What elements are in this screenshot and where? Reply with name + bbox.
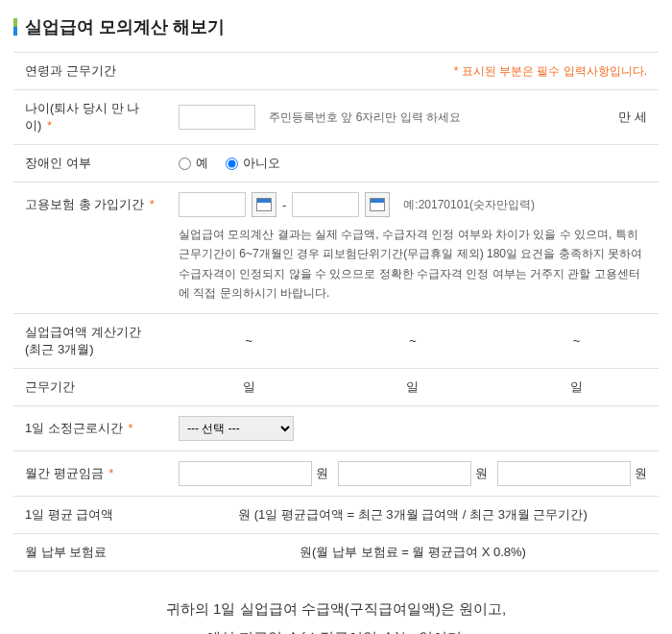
row-label-work-period: 근무기간: [13, 368, 167, 405]
insured-description: 실업급여 모의계산 결과는 실제 수급액, 수급자격 인정 여부와 차이가 있을…: [179, 225, 647, 304]
calc-period-col2: ~: [331, 313, 495, 368]
work-period-col2: 일: [331, 368, 495, 405]
radio-no[interactable]: [226, 158, 238, 170]
radio-yes-label[interactable]: 예: [179, 155, 208, 172]
wage-input-3[interactable]: [497, 461, 631, 486]
row-label-disabled: 장애인 여부: [13, 145, 167, 183]
age-hint: 주민등록번호 앞 6자리만 입력 하세요: [269, 110, 461, 126]
premium-formula: 원(월 납부 보험료 = 월 평균급여 X 0.8%): [167, 533, 659, 571]
hours-select[interactable]: --- 선택 ---: [179, 416, 294, 441]
row-label-monthly-wage: 월간 평균임금 *: [13, 451, 167, 496]
age-unit: 만 세: [618, 109, 647, 126]
age-input[interactable]: [179, 105, 255, 130]
result-block: 귀하의 1일 실업급여 수급액(구직급여일액)은 원이고, 예상 지급일 수(소…: [13, 595, 659, 634]
row-label-age-period: 연령과 근무기간: [13, 53, 167, 90]
calendar-icon[interactable]: [365, 192, 390, 217]
date-separator: -: [282, 198, 286, 212]
form-table: 연령과 근무기간 * 표시된 부분은 필수 입력사항입니다. 나이(퇴사 당시 …: [13, 52, 659, 572]
date-example: 예:20170101(숫자만입력): [403, 197, 535, 213]
won-unit: 원: [316, 465, 328, 482]
won-unit: 원: [635, 465, 647, 482]
row-label-daily-wage: 1일 평균 급여액: [13, 496, 167, 533]
wage-input-2[interactable]: [338, 461, 471, 486]
insured-end-input[interactable]: [292, 192, 359, 217]
calendar-icon[interactable]: [252, 192, 276, 217]
radio-yes[interactable]: [179, 158, 191, 170]
required-text: 표시된 부분은 필수 입력사항입니다.: [458, 64, 647, 78]
page-title: 실업급여 모의계산 해보기: [25, 15, 225, 38]
row-label-age: 나이(퇴사 당시 만 나이) *: [13, 90, 167, 145]
radio-no-label[interactable]: 아니오: [226, 155, 280, 172]
required-note: * 표시된 부분은 필수 입력사항입니다.: [167, 53, 659, 90]
row-label-calc-period: 실업급여액 계산기간 (최근 3개월): [13, 313, 167, 368]
row-label-premium: 월 납부 보험료: [13, 533, 167, 571]
calc-period-col1: ~: [167, 313, 331, 368]
work-period-col1: 일: [167, 368, 331, 405]
row-label-insured: 고용보험 총 가입기간 *: [13, 183, 167, 314]
won-unit: 원: [475, 465, 488, 482]
required-star: *: [43, 118, 52, 133]
daily-wage-formula: 원 (1일 평균급여액 = 최근 3개월 급여액 / 최근 3개월 근무기간): [167, 496, 659, 533]
page-title-row: 실업급여 모의계산 해보기: [13, 15, 659, 38]
title-accent-bar: [13, 18, 17, 36]
calc-period-col3: ~: [494, 313, 659, 368]
insured-start-input[interactable]: [179, 192, 246, 217]
work-period-col3: 일: [494, 368, 659, 405]
row-label-hours: 1일 소정근로시간 *: [13, 405, 167, 451]
wage-input-1[interactable]: [179, 461, 312, 486]
